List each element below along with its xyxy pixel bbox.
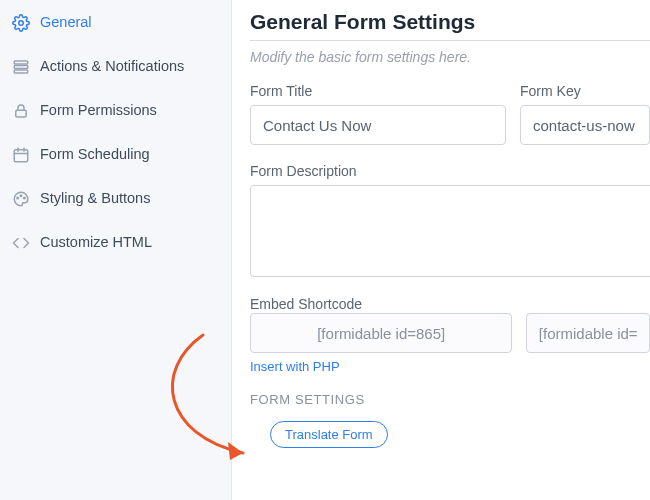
svg-point-9 xyxy=(17,197,19,199)
insert-with-php-link[interactable]: Insert with PHP xyxy=(250,359,512,374)
palette-icon xyxy=(12,190,30,208)
form-title-input[interactable] xyxy=(250,105,506,145)
translate-form-button[interactable]: Translate Form xyxy=(270,421,388,448)
form-settings-heading: FORM SETTINGS xyxy=(250,392,650,407)
svg-rect-5 xyxy=(14,150,28,162)
sidebar-item-label: Customize HTML xyxy=(40,234,152,251)
svg-point-10 xyxy=(20,195,22,197)
sidebar-item-customize-html[interactable]: Customize HTML xyxy=(0,224,231,262)
shortcode-secondary-text: [formidable id= xyxy=(539,325,638,342)
form-key-label: Form Key xyxy=(520,83,650,99)
main-panel: General Form Settings Modify the basic f… xyxy=(232,0,650,500)
sidebar-item-label: Form Scheduling xyxy=(40,146,150,163)
svg-point-11 xyxy=(24,197,26,199)
form-description-input[interactable] xyxy=(250,185,650,277)
sidebar-item-label: Form Permissions xyxy=(40,102,157,119)
embed-shortcode-label: Embed Shortcode xyxy=(250,296,362,312)
sidebar-item-actions[interactable]: Actions & Notifications xyxy=(0,48,231,86)
sidebar-item-general[interactable]: General xyxy=(0,4,231,42)
sidebar-item-permissions[interactable]: Form Permissions xyxy=(0,92,231,130)
code-icon xyxy=(12,234,30,252)
svg-point-0 xyxy=(19,21,24,26)
sidebar-item-scheduling[interactable]: Form Scheduling xyxy=(0,136,231,174)
calendar-icon xyxy=(12,146,30,164)
gear-icon xyxy=(12,14,30,32)
form-title-label: Form Title xyxy=(250,83,506,99)
svg-rect-1 xyxy=(14,61,28,64)
form-key-input[interactable] xyxy=(520,105,650,145)
svg-rect-4 xyxy=(16,110,27,117)
shortcode-secondary-box[interactable]: [formidable id= xyxy=(526,313,650,353)
sidebar-item-label: Styling & Buttons xyxy=(40,190,150,207)
svg-rect-3 xyxy=(14,70,28,73)
page-title: General Form Settings xyxy=(250,10,650,34)
svg-rect-2 xyxy=(14,66,28,69)
layers-icon xyxy=(12,58,30,76)
lock-icon xyxy=(12,102,30,120)
title-divider xyxy=(250,40,650,41)
sidebar-item-styling[interactable]: Styling & Buttons xyxy=(0,180,231,218)
shortcode-primary-text: [formidable id=865] xyxy=(317,325,445,342)
shortcode-primary-box[interactable]: [formidable id=865] xyxy=(250,313,512,353)
settings-sidebar: General Actions & Notifications Form Per… xyxy=(0,0,232,500)
sidebar-item-label: Actions & Notifications xyxy=(40,58,184,75)
sidebar-item-label: General xyxy=(40,14,92,31)
page-subtitle: Modify the basic form settings here. xyxy=(250,49,650,65)
form-description-label: Form Description xyxy=(250,163,650,179)
